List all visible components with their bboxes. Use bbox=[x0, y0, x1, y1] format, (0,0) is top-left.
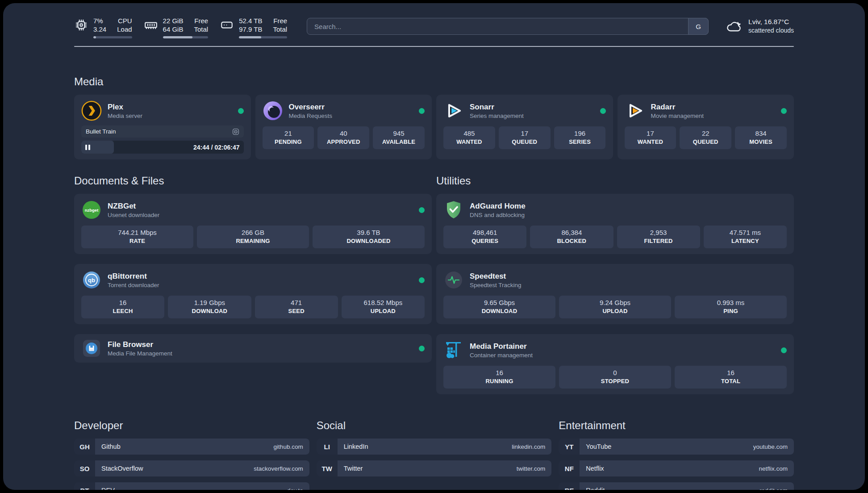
bookmark-url: twitter.com bbox=[517, 465, 546, 472]
bookmark-github[interactable]: GH Github github.com bbox=[74, 439, 309, 455]
disk-progress-bar bbox=[239, 36, 287, 38]
stat-tile: 17 QUEUED bbox=[499, 126, 551, 149]
nzbget-card[interactable]: nzbget NZBGet Usenet downloader 744.21 M… bbox=[74, 194, 432, 254]
social-section-title: Social bbox=[317, 419, 552, 432]
ram-total-label: Total bbox=[194, 25, 208, 33]
radarr-icon bbox=[625, 100, 645, 121]
stat-tile: 22 QUEUED bbox=[680, 126, 731, 149]
stat-tile: 9.24 Gbps UPLOAD bbox=[559, 296, 671, 318]
bookmark-abbr: GH bbox=[74, 439, 95, 455]
cpu-icon bbox=[74, 18, 88, 32]
radarr-card[interactable]: Radarr Movie management 17 WANTED 22 QUE… bbox=[618, 95, 794, 159]
cloud-icon bbox=[726, 19, 743, 34]
bookmark-stackoverflow[interactable]: SO StackOverflow stackoverflow.com bbox=[74, 460, 309, 476]
adguard-desc: DNS and adblocking bbox=[470, 211, 787, 219]
bookmark-twitter[interactable]: TW Twitter twitter.com bbox=[317, 460, 552, 476]
speedtest-card[interactable]: Speedtest Speedtest Tracking 9.65 Gbps D… bbox=[436, 264, 794, 324]
bookmark-name: Twitter bbox=[344, 465, 512, 472]
cpu-load-label: Load bbox=[117, 25, 132, 33]
search-input[interactable] bbox=[307, 18, 709, 35]
weather-location-temp: Lviv, 16.87°C bbox=[748, 17, 794, 26]
stat-tile: 16 RUNNING bbox=[443, 366, 555, 389]
bookmark-name: Reddit bbox=[586, 487, 755, 490]
stat-tile: 39.6 TB DOWNLOADED bbox=[313, 226, 425, 248]
stat-tile: 40 APPROVED bbox=[317, 126, 369, 149]
header-divider bbox=[74, 46, 794, 47]
stat-tile: 945 AVAILABLE bbox=[373, 126, 425, 149]
qbittorrent-name: qBittorrent bbox=[108, 272, 413, 281]
sonarr-icon bbox=[443, 100, 464, 121]
stat-tile: 17 WANTED bbox=[625, 126, 676, 149]
bookmark-dev[interactable]: DT DEV dev.to bbox=[74, 482, 309, 490]
bookmark-netflix[interactable]: NF Netflix netflix.com bbox=[559, 460, 794, 476]
qbittorrent-icon: qb bbox=[81, 270, 102, 290]
bookmark-name: YouTube bbox=[586, 443, 748, 450]
nzbget-icon: nzbget bbox=[81, 200, 102, 220]
pause-button[interactable] bbox=[85, 145, 90, 150]
filebrowser-desc: Media File Management bbox=[108, 350, 413, 357]
adguard-card[interactable]: AdGuard Home DNS and adblocking 498,461 … bbox=[436, 194, 794, 254]
stat-tile: 16 TOTAL bbox=[675, 366, 787, 389]
section-entertainment: Entertainment YT YouTube youtube.com NF … bbox=[559, 419, 794, 490]
radarr-desc: Movie management bbox=[651, 112, 776, 120]
plex-card[interactable]: Plex Media server Bullet Train bbox=[74, 95, 251, 159]
adguard-name: AdGuard Home bbox=[470, 201, 787, 211]
stat-tile: 266 GB REMAINING bbox=[197, 226, 309, 248]
ram-free-label: Free bbox=[194, 17, 208, 25]
bookmark-url: stackoverflow.com bbox=[254, 465, 303, 472]
developer-section-title: Developer bbox=[74, 419, 309, 432]
plex-desc: Media server bbox=[108, 112, 232, 120]
nzbget-desc: Usenet downloader bbox=[108, 211, 413, 219]
bookmark-abbr: DT bbox=[74, 482, 95, 490]
adguard-icon bbox=[443, 200, 464, 220]
bookmark-youtube[interactable]: YT YouTube youtube.com bbox=[559, 439, 794, 455]
qbittorrent-status-dot bbox=[419, 277, 425, 283]
plex-icon bbox=[81, 100, 102, 121]
topbar: 7% 3.24 CPU Load bbox=[74, 17, 794, 38]
playback-time: 24:44 / 02:06:47 bbox=[193, 144, 240, 151]
filebrowser-card[interactable]: File Browser Media File Management bbox=[74, 334, 432, 363]
radarr-status-dot bbox=[781, 108, 787, 114]
portainer-icon bbox=[443, 340, 464, 360]
qbittorrent-desc: Torrent downloader bbox=[108, 281, 413, 289]
filebrowser-icon bbox=[81, 338, 102, 359]
plex-status-dot bbox=[238, 108, 244, 114]
bookmark-url: netflix.com bbox=[759, 465, 788, 472]
stat-tile: 744.21 Mbps RATE bbox=[81, 226, 193, 248]
nzbget-name: NZBGet bbox=[108, 201, 413, 211]
bookmark-name: DEV bbox=[101, 487, 283, 490]
speedtest-name: Speedtest bbox=[470, 272, 787, 281]
overseerr-name: Overseerr bbox=[289, 102, 413, 112]
qbittorrent-card[interactable]: qb qBittorrent Torrent downloader 16 LEE… bbox=[74, 264, 432, 324]
overseerr-card[interactable]: Overseerr Media Requests 21 PENDING 40 A… bbox=[255, 95, 432, 159]
bookmark-name: Github bbox=[101, 443, 269, 450]
ram-stat: 22 GiB 64 GiB Free Total bbox=[144, 17, 209, 38]
bookmark-abbr: LI bbox=[317, 439, 338, 455]
weather-condition: scattered clouds bbox=[748, 26, 794, 35]
ram-free: 22 GiB bbox=[163, 17, 184, 25]
cpu-label: CPU bbox=[118, 17, 132, 25]
bookmark-abbr: NF bbox=[559, 460, 580, 476]
search-engine-button[interactable]: G bbox=[688, 18, 709, 35]
search-bar: G bbox=[307, 18, 709, 35]
portainer-card[interactable]: Media Portainer Container management 16 … bbox=[436, 334, 794, 394]
bookmark-url: github.com bbox=[274, 443, 303, 450]
system-stats: 7% 3.24 CPU Load bbox=[74, 17, 287, 38]
documents-section-title: Documents & Files bbox=[74, 175, 432, 187]
section-social: Social LI LinkedIn linkedin.com TW Twitt… bbox=[317, 419, 552, 490]
disk-free-label: Free bbox=[273, 17, 287, 25]
now-playing-title: Bullet Train bbox=[86, 128, 232, 135]
filebrowser-status-dot bbox=[419, 346, 425, 351]
sonarr-status-dot bbox=[600, 108, 606, 114]
sonarr-card[interactable]: Sonarr Series management 485 WANTED 17 Q… bbox=[436, 95, 613, 159]
bookmark-name: Netflix bbox=[586, 465, 754, 472]
overseerr-status-dot bbox=[419, 108, 425, 114]
bookmark-abbr: RE bbox=[559, 482, 580, 490]
bookmark-reddit[interactable]: RE Reddit reddit.com bbox=[559, 482, 794, 490]
stat-tile: 86,384 BLOCKED bbox=[530, 226, 613, 248]
bookmark-url: youtube.com bbox=[753, 443, 788, 450]
nzbget-status-dot bbox=[419, 207, 425, 213]
bookmark-linkedin[interactable]: LI LinkedIn linkedin.com bbox=[317, 439, 552, 455]
speedtest-desc: Speedtest Tracking bbox=[470, 281, 787, 289]
stat-tile: 1.19 Gbps DOWNLOAD bbox=[168, 296, 251, 318]
